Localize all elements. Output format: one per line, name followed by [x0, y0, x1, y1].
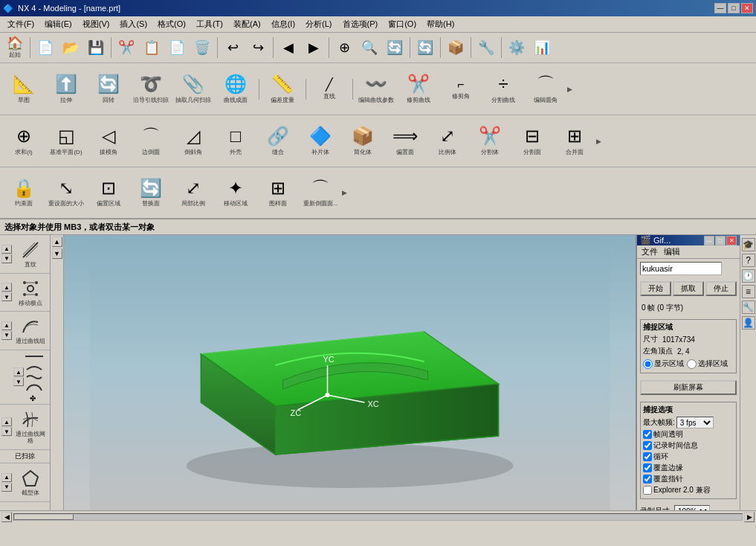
options-button[interactable]: ⚙️ — [505, 39, 529, 57]
new-button[interactable]: 📄 — [33, 39, 57, 57]
trim-corner-button[interactable]: ⌐ 修剪角 — [440, 65, 482, 113]
gif-name-input[interactable] — [640, 262, 722, 275]
toolbar3-expand[interactable]: ▶ — [596, 138, 601, 145]
curve-sub-icon[interactable] — [25, 383, 43, 392]
edit-fillet-button[interactable]: ⌒ 编辑圆角 — [525, 65, 566, 113]
refresh-screen-button[interactable]: 刷新屏幕 — [640, 380, 737, 395]
forward-button[interactable]: ▶ — [302, 39, 326, 57]
rp-minimize[interactable]: — — [704, 236, 714, 245]
paste-button[interactable]: 📄 — [165, 39, 189, 57]
star-sub-icon[interactable]: ✤ — [25, 394, 43, 402]
undo-button[interactable]: ↩ — [221, 39, 245, 57]
close-button[interactable]: ✕ — [741, 3, 753, 13]
right-panel-controls[interactable]: — □ ✕ — [704, 236, 737, 245]
scroll-up-1[interactable]: ▲ — [1, 245, 12, 254]
explorer-checkbox[interactable] — [643, 486, 652, 495]
rotate-button[interactable]: 🔄 — [383, 39, 407, 57]
capture-button[interactable]: 抓取 — [673, 281, 704, 296]
select-region-label[interactable]: 选择区域 — [687, 359, 728, 369]
horizontal-scrollbar-thumb[interactable] — [14, 514, 74, 520]
draft-button[interactable]: ◁ 拔模角 — [88, 118, 129, 165]
stop-button[interactable]: 停止 — [705, 281, 737, 296]
rp-menu-file[interactable]: 文件 — [640, 245, 659, 258]
loop-checkbox[interactable] — [643, 452, 652, 461]
extrude-button[interactable]: ⬆️ 拉伸 — [45, 65, 87, 113]
tool-button[interactable]: 🔧 — [742, 301, 755, 314]
bottom-scrollbar[interactable]: ◀ ▶ — [0, 510, 756, 522]
display-region-label[interactable]: 显示区域 — [643, 359, 684, 369]
simplify-button[interactable]: 📦 简化体 — [342, 118, 384, 165]
fps-select[interactable]: 3 fps 5 fps 10 fps 15 fps — [676, 417, 714, 428]
open-button[interactable]: 📂 — [59, 39, 83, 57]
home-button[interactable]: 🏠 起始 — [3, 34, 27, 61]
sub-scroll-up[interactable]: ▲ — [52, 237, 62, 247]
settings-button[interactable]: 🔧 — [474, 39, 498, 57]
offset-face-button[interactable]: ⟹ 偏置面 — [384, 118, 426, 165]
scale-body-button[interactable]: ⤢ 比例体 — [427, 118, 468, 165]
trim-curve-button[interactable]: ✂️ 修剪曲线 — [398, 65, 439, 113]
menu-assembly[interactable]: 装配(A) — [229, 17, 265, 31]
menu-insert[interactable]: 插入(S) — [115, 17, 152, 31]
constrain-face-button[interactable]: 🔒 约束面 — [3, 169, 45, 216]
line-sub-icon[interactable] — [25, 352, 43, 361]
sketch-button[interactable]: 📐 草图 — [3, 65, 45, 113]
menu-file[interactable]: 文件(F) — [3, 17, 39, 31]
list-button[interactable]: ≡ — [742, 285, 755, 298]
sidebar-curvegrid-button[interactable]: 通过曲线网格 — [12, 406, 48, 448]
resize-button[interactable]: ⤡ 重设面的大小 — [45, 169, 87, 216]
scroll-up-4[interactable]: ▲ — [13, 367, 24, 376]
chart-button[interactable]: 📊 — [530, 39, 554, 57]
clock-button[interactable]: 🕐 — [742, 269, 755, 283]
assembly-button[interactable]: 📦 — [444, 39, 468, 57]
start-button[interactable]: 开始 — [640, 281, 671, 296]
help-grad-button[interactable]: 🎓 — [742, 238, 755, 251]
zoom-fit-button[interactable]: ⊕ — [332, 39, 356, 57]
delete-button[interactable]: 🗑️ — [190, 39, 214, 57]
zoom-button[interactable]: 🔍 — [358, 39, 381, 57]
scroll-left-button[interactable]: ◀ — [1, 512, 12, 522]
cut-button[interactable]: ✂️ — [114, 39, 138, 57]
save-button[interactable]: 💾 — [84, 39, 108, 57]
edit-curve-button[interactable]: 〰️ 编辑曲线参数 — [355, 65, 397, 113]
wave-sub-icon[interactable] — [25, 373, 43, 382]
surface-button[interactable]: 🌐 曲线成面 — [215, 65, 256, 113]
edge-blend-button[interactable]: ⌒ 边倒圆 — [130, 118, 172, 165]
scroll-down-4[interactable]: ▼ — [13, 377, 24, 386]
pattern-face-button[interactable]: ⊞ 图样面 — [257, 169, 299, 216]
menu-window[interactable]: 窗口(O) — [384, 17, 421, 31]
timing-checkbox[interactable] — [643, 441, 652, 450]
menu-info[interactable]: 信息(I) — [267, 17, 300, 31]
toolbar4-expand[interactable]: ▶ — [342, 189, 347, 196]
scroll-down-3[interactable]: ▼ — [1, 331, 12, 340]
offset-region-button[interactable]: ⊡ 偏置区域 — [88, 169, 129, 216]
split-curve-button[interactable]: ÷ 分割曲线 — [482, 65, 524, 113]
menu-analysis[interactable]: 分析(L) — [301, 17, 336, 31]
rp-close[interactable]: ✕ — [726, 236, 737, 245]
menu-edit[interactable]: 编辑(E) — [40, 17, 77, 31]
split-face-button[interactable]: ⊟ 分割面 — [511, 118, 553, 165]
rp-menu-edit[interactable]: 编辑 — [662, 245, 682, 258]
toolbar2-expand[interactable]: ▶ — [567, 86, 572, 93]
sidebar-curvegroup-button[interactable]: 通过曲线组 — [12, 313, 48, 348]
scroll-down-5[interactable]: ▼ — [1, 427, 12, 436]
sweep-button[interactable]: ➰ 沿导引线扫掠 — [130, 65, 172, 113]
sidebar-bridge-button[interactable]: 编辑特征参数 — [12, 504, 48, 510]
select-region-radio[interactable] — [687, 359, 697, 369]
display-region-radio[interactable] — [643, 359, 653, 369]
reblend-button[interactable]: ⌒ 重新倒圆面... — [300, 169, 341, 216]
sew-button[interactable]: 🔗 缝合 — [257, 118, 299, 165]
sidebar-movepoint-button[interactable]: 移动极点 — [12, 275, 48, 310]
move-region-button[interactable]: ✦ 移动区域 — [215, 169, 256, 216]
transparent-checkbox[interactable] — [643, 430, 652, 439]
refresh-button[interactable]: 🔄 — [413, 39, 437, 57]
extract-button[interactable]: 📎 抽取几何扫掠 — [172, 65, 214, 113]
maximize-button[interactable]: □ — [728, 3, 740, 13]
scroll-up-3[interactable]: ▲ — [1, 321, 12, 330]
sub-scroll-down[interactable]: ▼ — [52, 248, 62, 259]
deviation-button[interactable]: 📏 偏差度量 — [262, 65, 303, 113]
scroll-up-5[interactable]: ▲ — [1, 417, 12, 426]
patch-button[interactable]: 🔷 补片体 — [300, 118, 341, 165]
union-button[interactable]: ⊕ 求和(I) — [3, 118, 45, 165]
3d-viewport[interactable]: ZC YC XC — [64, 235, 636, 510]
titlebar-controls[interactable]: — □ ✕ — [714, 3, 753, 13]
